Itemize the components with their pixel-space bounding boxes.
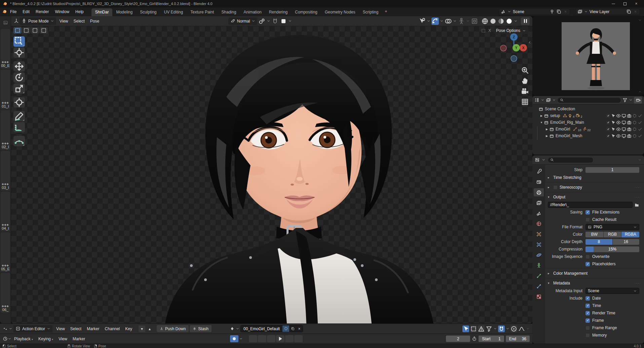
channel-down-button[interactable]: ▾ [139, 325, 145, 332]
editor-type-button[interactable] [14, 18, 19, 24]
exclude-checkbox[interactable] [606, 114, 610, 117]
viewport-disable-toggle[interactable] [621, 127, 627, 132]
selectable-toggle[interactable] [610, 133, 616, 139]
properties-tab-render[interactable] [534, 178, 544, 186]
unlink-scene-button[interactable]: × [563, 9, 568, 14]
next-keyframe-button[interactable] [285, 335, 294, 342]
editor-type-icon[interactable] [3, 20, 8, 25]
render-disable-toggle[interactable] [627, 120, 632, 125]
hidden-channels-toggle[interactable] [470, 325, 477, 332]
tab-uv-editing[interactable]: UV Editing [160, 8, 187, 16]
channel-up-button[interactable]: ▴ [146, 325, 153, 332]
camera-view-button[interactable] [521, 87, 529, 96]
indirect-toggle[interactable] [637, 113, 643, 118]
prev-keyframe-button[interactable] [258, 335, 266, 342]
object-visibility-button[interactable] [418, 17, 426, 25]
select-mode-2-button[interactable] [22, 27, 30, 34]
tab-scripting[interactable]: Scripting [359, 8, 382, 16]
dope-sheet-menu-channel[interactable]: Channel [102, 325, 123, 332]
color-bw-button[interactable]: BW [585, 232, 603, 237]
tool-rotate[interactable] [13, 72, 25, 83]
section-metadata[interactable]: ▾Metadata···· [545, 279, 644, 287]
render-pass-button[interactable] [471, 17, 478, 25]
maximize-button[interactable] [620, 1, 630, 7]
falloff-dropdown[interactable] [518, 325, 525, 332]
outliner-row[interactable]: Scene Collection [532, 106, 644, 112]
outliner-search-input[interactable] [557, 97, 621, 103]
stash-button[interactable]: Stash [190, 325, 212, 332]
metadata-memory-row[interactable]: Memory [585, 333, 607, 338]
action-icon[interactable] [230, 326, 235, 331]
outliner-row[interactable]: ▶setup42 [532, 112, 644, 119]
pin-icon[interactable] [550, 9, 555, 14]
gizmos-toggle-button[interactable] [431, 17, 439, 25]
editor-type-button[interactable] [534, 98, 539, 103]
filter-button[interactable] [622, 98, 628, 103]
checkbox[interactable] [585, 296, 590, 301]
zoom-view-button[interactable] [521, 66, 529, 75]
perspective-grid-button[interactable] [521, 98, 529, 106]
strip-segment[interactable]: ◆◆◆02_I [1, 110, 10, 150]
fake-user-toggle[interactable] [282, 325, 289, 332]
snap-target-button[interactable] [258, 17, 266, 25]
keying-menu[interactable]: Keying ▾ [36, 336, 56, 342]
tab-animation[interactable]: Animation [240, 8, 265, 16]
panel-corner-chevron[interactable] [638, 18, 642, 22]
tab-sculpting[interactable]: Sculpting [136, 8, 160, 16]
properties-tab-bone-constraint[interactable] [534, 282, 544, 290]
holdout-toggle[interactable] [632, 113, 637, 118]
properties-tab-scene[interactable] [534, 209, 544, 217]
metadata-input-dropdown[interactable]: Scene [585, 288, 639, 294]
shading-rendered-button[interactable] [505, 17, 513, 25]
menu-file[interactable]: File [7, 9, 20, 15]
action-editor-dropdown[interactable]: Action Editor [13, 325, 52, 333]
outliner-row[interactable]: ▶EmoGirl1022 [532, 126, 644, 132]
tab-geometry-nodes[interactable]: Geometry Nodes [321, 8, 359, 16]
close-button[interactable]: × [631, 1, 641, 7]
editor-type-button[interactable] [535, 157, 540, 162]
holdout-toggle[interactable] [632, 133, 637, 139]
output-path-field[interactable]: //Render\_ [548, 202, 633, 208]
properties-tab-view-layer[interactable] [534, 199, 544, 207]
only-selected-toggle[interactable] [462, 325, 469, 332]
record-button[interactable] [230, 335, 238, 342]
grid-overlay-icon[interactable] [481, 28, 486, 33]
selectable-toggle[interactable] [610, 113, 616, 118]
panel-expand-chevron[interactable] [638, 90, 642, 94]
color-depth-16-button[interactable]: 16 [613, 239, 640, 245]
properties-search-input[interactable] [547, 157, 594, 163]
indirect-toggle[interactable] [637, 127, 643, 132]
dope-sheet-menu-marker[interactable]: Marker [84, 325, 102, 332]
expand-icon[interactable]: ▶ [539, 114, 544, 117]
timeline-menu-view[interactable]: View [56, 336, 70, 342]
errors-toggle[interactable] [478, 325, 485, 332]
action-name[interactable]: 00_EmoGirl_Default [241, 326, 282, 331]
scene-selector[interactable]: Scene × [499, 8, 570, 15]
viewport-disable-toggle[interactable] [621, 133, 627, 139]
pan-view-button[interactable] [521, 77, 529, 85]
view-layer-selector[interactable]: View Layer × [575, 8, 640, 15]
properties-tab-bone[interactable] [534, 272, 544, 280]
minimize-button[interactable] [608, 1, 618, 7]
metadata-render-time-row[interactable]: Render Time [585, 311, 615, 315]
properties-tab-output[interactable] [534, 188, 544, 196]
file-format-dropdown[interactable]: PNG [585, 224, 639, 230]
close-overlay-button[interactable]: X [488, 28, 492, 33]
jump-end-button[interactable] [294, 335, 303, 342]
unlink-action-button[interactable]: × [296, 325, 303, 332]
tab-texture-paint[interactable]: Texture Paint [187, 8, 218, 16]
viewport-menu-pose[interactable]: Pose [87, 18, 102, 25]
selectable-toggle[interactable] [610, 120, 616, 125]
checkbox[interactable] [585, 311, 590, 315]
outliner-row[interactable]: ▼EmoGirl_Rig_Main [532, 119, 644, 126]
indirect-toggle[interactable] [637, 120, 643, 125]
shading-material-button[interactable] [497, 17, 505, 25]
new-view-layer-button[interactable] [626, 9, 631, 14]
expand-icon[interactable]: ▶ [544, 128, 549, 131]
properties-tab-constraints[interactable] [534, 240, 544, 248]
tool-transform[interactable] [13, 97, 25, 108]
snap-toggle[interactable] [498, 325, 505, 332]
checkbox[interactable] [585, 333, 590, 338]
render-disable-toggle[interactable] [627, 127, 632, 132]
color-rgba-button[interactable]: RGBA [621, 232, 639, 237]
